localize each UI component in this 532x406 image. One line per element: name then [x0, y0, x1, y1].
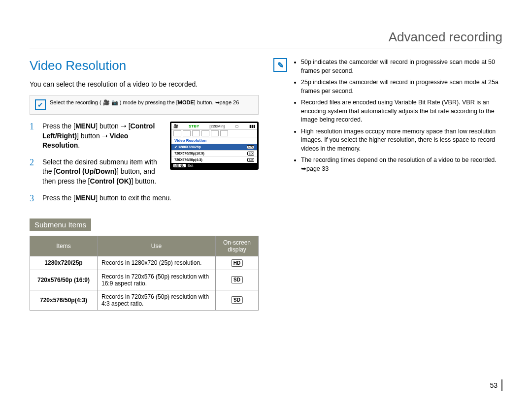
submenu-table: Items Use On-screen display 1280x720/25p…	[30, 236, 259, 311]
lcd-badge: SD	[247, 152, 254, 156]
col-use: Use	[98, 236, 216, 256]
lcd-preview: 🎥 STBY [220Min] ▭ ▮▮▮ Video Resolution ✔…	[170, 122, 259, 170]
lcd-item: ✔ 1280X720/25p HD	[171, 144, 257, 150]
page-number: 53	[490, 379, 502, 391]
battery-icon: ▮▮▮	[249, 124, 255, 128]
note-text: Select the recording ( 🎥 📷 ) mode by pre…	[50, 99, 239, 106]
section-intro: You can select the resolution of a video…	[30, 80, 259, 88]
sd-badge: SD	[231, 296, 243, 304]
list-item: The recording times depend on the resolu…	[301, 156, 502, 173]
lcd-bottom-bar: MENU Exit	[171, 163, 257, 168]
col-display: On-screen display	[216, 236, 259, 256]
lcd-item: 720X576/50p(4:3) SD	[171, 156, 257, 163]
table-row: 1280x720/25p Records in 1280x720 (25p) r…	[30, 256, 259, 270]
mode-note: ✔ Select the recording ( 🎥 📷 ) mode by p…	[30, 95, 259, 115]
step-number: 2	[30, 157, 37, 187]
lcd-icon-row	[171, 129, 257, 137]
hd-badge: HD	[231, 259, 243, 267]
menu-btn-icon: MENU	[173, 164, 186, 167]
table-row: 720x576/50p(4:3) Records in 720x576 (50p…	[30, 290, 259, 310]
notes-list: 50p indicates the camcorder will record …	[292, 58, 502, 176]
lcd-badge: HD	[247, 145, 254, 149]
note-icon: ✎	[273, 58, 287, 72]
list-item: 25p indicates the camcorder will record …	[301, 78, 502, 95]
lcd-time: [220Min]	[209, 124, 225, 128]
col-items: Items	[30, 236, 98, 256]
list-item: Recorded files are encoded using Variabl…	[301, 98, 502, 125]
step-body: Press the [MENU] button to exit the menu…	[42, 193, 259, 204]
submenu-heading: Submenu Items	[30, 219, 91, 231]
lcd-badge: SD	[247, 158, 254, 162]
photo-icon: 📷	[111, 99, 118, 105]
record-icon: 🎥	[173, 124, 178, 128]
section-title: Video Resolution	[30, 58, 259, 73]
lcd-menu-title: Video Resolution	[171, 137, 257, 144]
list-item: High resolution images occupy more memor…	[301, 127, 502, 154]
table-row: 720x576/50p (16:9) Records in 720x576 (5…	[30, 270, 259, 290]
sd-badge: SD	[231, 276, 243, 283]
card-icon: ▭	[235, 124, 239, 128]
step-number: 3	[30, 193, 37, 204]
step-number: 1	[30, 122, 37, 151]
check-icon: ✔	[35, 99, 46, 110]
list-item: 50p indicates the camcorder will record …	[301, 58, 502, 75]
lcd-stby: STBY	[189, 124, 199, 128]
lcd-item: 720X576/50p(16:9) SD	[171, 150, 257, 156]
page-header: Advanced recording	[30, 30, 502, 49]
video-icon: 🎥	[103, 99, 110, 105]
